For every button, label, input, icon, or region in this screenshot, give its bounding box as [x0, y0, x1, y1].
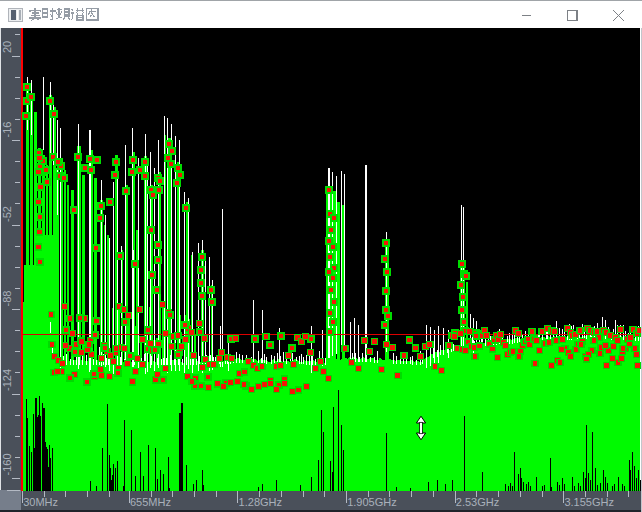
svg-text:1.905GHz: 1.905GHz — [347, 496, 397, 508]
svg-text:2.53GHz: 2.53GHz — [456, 496, 499, 508]
svg-text:-160: -160 — [1, 453, 13, 475]
svg-text:-124: -124 — [1, 369, 13, 391]
svg-text:-52: -52 — [1, 206, 13, 222]
svg-text:-88: -88 — [1, 291, 13, 307]
svg-text:30MHz: 30MHz — [23, 496, 58, 508]
svg-text:655MHz: 655MHz — [130, 496, 171, 508]
svg-text:-16: -16 — [1, 122, 13, 138]
svg-text:1.28GHz: 1.28GHz — [239, 496, 282, 508]
svg-text:20: 20 — [1, 41, 13, 53]
svg-text:3.155GHz: 3.155GHz — [564, 496, 614, 508]
